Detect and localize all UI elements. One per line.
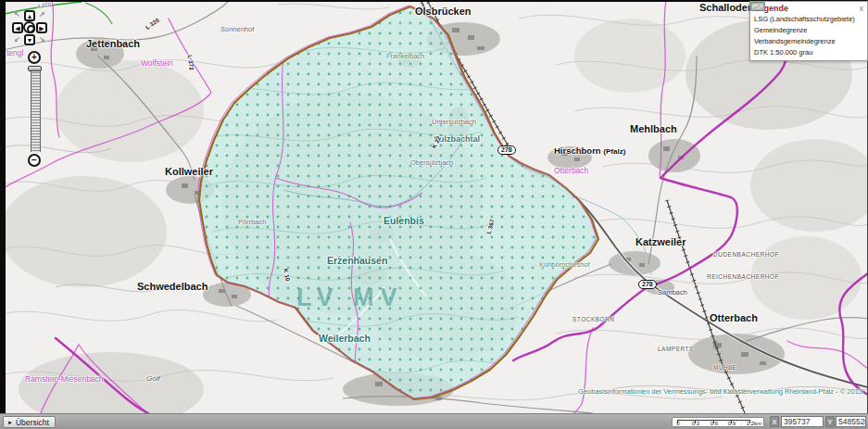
plus-icon: + bbox=[31, 53, 37, 62]
pan-down-button[interactable]: ▼ bbox=[24, 34, 35, 45]
status-bar: ► Übersicht 0 0.3 0.6 0.9 1.2 km X Y bbox=[0, 413, 868, 429]
scale-unit-label: km bbox=[754, 421, 761, 426]
legend-item-label: LSG (Landschaftsschutzgebiete) bbox=[754, 15, 855, 23]
map-label-otterbach-stream: Otterbach bbox=[554, 166, 588, 175]
scale-bar: 0 0.3 0.6 0.9 1.2 km bbox=[672, 417, 764, 427]
map-label-stockborn: STOCKBORN bbox=[572, 316, 615, 322]
map-label-muehle: MÜHLE bbox=[713, 364, 736, 371]
legend-close-icon[interactable]: x bbox=[859, 5, 865, 13]
legend-item-label: DTK 1:50.000 grau bbox=[754, 48, 812, 57]
map-label-otterbach-town: Otterbach bbox=[710, 312, 758, 323]
minus-icon: − bbox=[31, 156, 37, 165]
map-road-badge-278-south: 278 bbox=[638, 280, 657, 289]
scale-tick-label: 0.3 bbox=[692, 421, 699, 426]
map-label-reichenbacherhof: REICHENBACHERHOF bbox=[707, 273, 779, 280]
map-road-badge-278-north: 278 bbox=[497, 145, 516, 155]
legend-title: Legende bbox=[754, 4, 859, 13]
legend-panel: Legende x LSG (Landschaftsschutzgebiete)… bbox=[749, 1, 868, 61]
pan-up-button[interactable]: ▲ bbox=[24, 10, 35, 21]
map-label-obersulzbach: Obersulzbach bbox=[410, 158, 453, 167]
top-border-strip bbox=[0, 0, 868, 2]
legend-item-verbandsgemeindegrenze: Verbandsgemeindegrenze bbox=[754, 36, 864, 46]
map-label-eulenbis: Eulenbis bbox=[384, 215, 424, 226]
legend-item-gemeindegrenze: Gemeindegrenze bbox=[754, 25, 864, 35]
map-label-hirschborn-suffix: (Pfalz) bbox=[603, 147, 625, 156]
legend-item-lsg: LSG (Landschaftsschutzgebiete) bbox=[754, 14, 864, 24]
map-label-lamperts: LAMPERTS bbox=[658, 346, 694, 352]
legend-item-dtk: DTK 1:50.000 grau bbox=[754, 47, 864, 57]
scale-tick-label: 0.9 bbox=[728, 421, 736, 426]
legend-item-label: Gemeindegrenze bbox=[754, 26, 808, 34]
map-label-frankelbach: Frankelbach bbox=[386, 52, 424, 60]
map-label-erzenhausen: Erzenhausen bbox=[327, 255, 387, 266]
map-watermark-lvmv: LV MV bbox=[296, 284, 404, 312]
map-label-hirschborn-main: Hirschborn bbox=[554, 145, 601, 156]
map-label-dudenbacherhof: DUDENBACHERHOF bbox=[713, 251, 779, 258]
arrow-up-icon: ▲ bbox=[27, 13, 33, 19]
map-viewer-window: Olsbrücken Jettenbach Kollweiler Schwede… bbox=[0, 0, 868, 429]
pan-northeast-icon[interactable]: ↗ bbox=[39, 10, 45, 19]
map-label-weilerbach: Weilerbach bbox=[319, 333, 371, 344]
map-label-sonnenhof: Sonnenhof bbox=[220, 25, 254, 33]
map-label-kuehboerncheshof: Kühbörncheshof bbox=[539, 260, 590, 269]
map-label-wolfstein: Wolfstein bbox=[141, 58, 173, 68]
map-label-schwedelbach: Schwedelbach bbox=[137, 281, 208, 292]
map-viewport[interactable]: Olsbrücken Jettenbach Kollweiler Schwede… bbox=[0, 0, 868, 413]
map-label-poerrbach: Pörrbach bbox=[238, 218, 266, 226]
map-label-jettenbach: Jettenbach bbox=[86, 38, 140, 49]
map-label-tengl: tengl bbox=[6, 48, 23, 57]
x-coordinate-label: X bbox=[770, 416, 779, 427]
arrow-down-icon: ▼ bbox=[27, 37, 33, 44]
scale-tick-label: 0 bbox=[676, 421, 679, 426]
map-label-hirschborn: Hirschborn (Pfalz) bbox=[554, 145, 625, 156]
left-border-strip bbox=[0, 0, 6, 413]
overview-button[interactable]: ► Übersicht bbox=[3, 416, 56, 428]
pan-southeast-icon[interactable]: ↘ bbox=[39, 35, 45, 44]
map-label-ramstein-miesenbach: Ramstein-Miesenbach bbox=[25, 374, 104, 384]
zoom-in-button[interactable]: + bbox=[28, 51, 41, 64]
arrow-right-icon: ▶ bbox=[39, 25, 44, 32]
attribution-text: Geobasisinformationen der Vermessungs- u… bbox=[578, 387, 862, 396]
map-label-olsbruecken: Olsbrücken bbox=[415, 6, 472, 17]
y-coordinate-label: Y bbox=[825, 416, 835, 427]
map-label-untersulzbach: Untersulzbach bbox=[432, 118, 476, 126]
map-canvas[interactable] bbox=[0, 0, 868, 413]
pan-northwest-icon[interactable]: ↖ bbox=[14, 10, 20, 19]
scale-tick-label: 1.2 bbox=[747, 421, 754, 426]
map-label-katzweiler: Katzweiler bbox=[635, 236, 686, 247]
map-label-kollweiler: Kollweiler bbox=[165, 166, 213, 177]
raster-map-icon bbox=[750, 2, 766, 11]
y-coordinate-input[interactable] bbox=[836, 416, 866, 427]
zoom-slider-handle[interactable] bbox=[28, 66, 42, 71]
pan-southwest-icon[interactable]: ↙ bbox=[14, 35, 20, 44]
x-coordinate-input[interactable] bbox=[781, 416, 824, 427]
pan-center-button[interactable] bbox=[23, 21, 35, 33]
overview-button-label: Übersicht bbox=[16, 418, 49, 427]
map-label-sambach: Sambach bbox=[658, 288, 687, 297]
zoom-slider-track[interactable] bbox=[31, 67, 41, 152]
pan-left-button[interactable]: ◀ bbox=[12, 22, 23, 33]
zoom-out-button[interactable]: − bbox=[28, 154, 41, 167]
map-label-golf: Golf bbox=[146, 374, 160, 383]
map-label-mehlbach: Mehlbach bbox=[630, 123, 677, 134]
expand-arrow-icon: ► bbox=[7, 420, 13, 425]
scale-tick-label: 0.6 bbox=[711, 421, 718, 426]
legend-item-label: Verbandsgemeindegrenze bbox=[754, 37, 836, 45]
pan-right-button[interactable]: ▶ bbox=[36, 22, 47, 33]
arrow-left-icon: ◀ bbox=[15, 25, 19, 32]
